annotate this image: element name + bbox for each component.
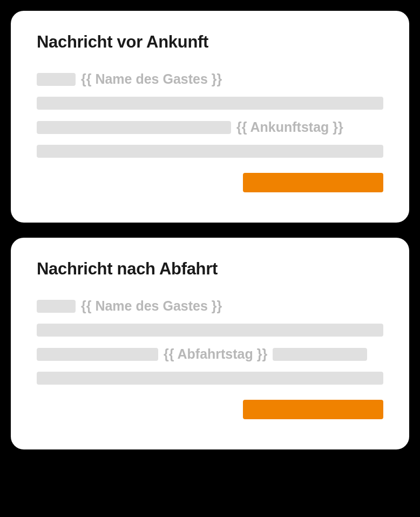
guest-name-variable: {{ Name des Gastes }} [81,71,222,87]
text-placeholder [37,300,76,313]
template-line [37,324,383,337]
text-placeholder [37,348,158,361]
arrival-action-button[interactable] [243,173,383,192]
template-line [37,372,383,385]
arrival-card-title: Nachricht vor Ankunft [37,32,383,52]
template-line [37,97,383,110]
text-placeholder [37,121,231,134]
text-placeholder [37,97,383,110]
template-line: {{ Name des Gastes }} [37,71,383,87]
departure-action-button[interactable] [243,400,383,419]
template-line: {{ Ankunftstag }} [37,119,383,135]
text-placeholder [37,73,76,86]
text-placeholder [37,145,383,158]
departure-card-title: Nachricht nach Abfahrt [37,259,383,279]
text-placeholder [273,348,367,361]
departure-day-variable: {{ Abfahrtstag }} [164,346,267,362]
arrival-template-content: {{ Name des Gastes }} {{ Ankunftstag }} [37,71,383,158]
text-placeholder [37,324,383,337]
template-line: {{ Name des Gastes }} [37,298,383,314]
departure-message-card: Nachricht nach Abfahrt {{ Name des Gaste… [11,238,409,449]
arrival-message-card: Nachricht vor Ankunft {{ Name des Gastes… [11,11,409,223]
template-line [37,145,383,158]
text-placeholder [37,372,383,385]
template-line: {{ Abfahrtstag }} [37,346,383,362]
departure-template-content: {{ Name des Gastes }} {{ Abfahrtstag }} [37,298,383,385]
guest-name-variable: {{ Name des Gastes }} [81,298,222,314]
arrival-day-variable: {{ Ankunftstag }} [236,119,343,135]
